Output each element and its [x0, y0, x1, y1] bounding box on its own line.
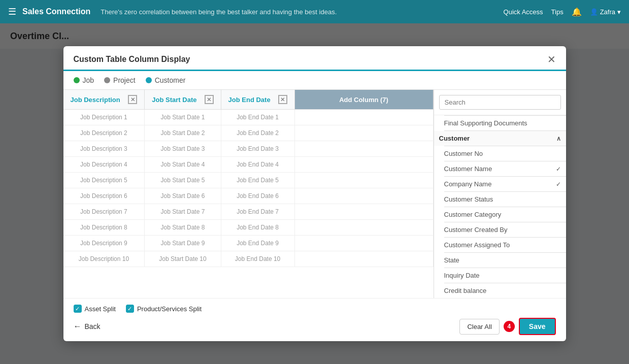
right-actions: Clear All 4 Save [459, 318, 555, 335]
quick-access-button[interactable]: Quick Access [504, 8, 543, 16]
column-search-input[interactable] [439, 95, 561, 110]
tips-button[interactable]: Tips [551, 8, 564, 16]
table-cell-empty [294, 220, 433, 236]
asset-split-checkbox-box: ✓ [74, 305, 82, 313]
table-cell: Job Start Date 8 [145, 220, 221, 236]
table-cell: Job End Date 6 [221, 188, 294, 204]
user-menu[interactable]: 👤 Zafra ▾ [590, 8, 621, 16]
tab-job-label: Job [83, 76, 94, 84]
table-cell: Job End Date 2 [221, 125, 294, 141]
product-services-split-label: Product/Services Split [137, 305, 202, 313]
table-cell: Job Description 4 [63, 157, 145, 173]
panel-column-item-label: Customer Status [444, 195, 493, 203]
customer-section-label: Customer [439, 135, 470, 142]
product-services-split-checkbox-box: ✓ [126, 305, 134, 313]
table-cell: Job Start Date 10 [145, 251, 221, 267]
panel-column-item[interactable]: Customer Name✓ [434, 161, 566, 176]
col-header-job-description-label: Job Description [71, 96, 120, 104]
customer-section-header[interactable]: Customer ∧ [434, 131, 566, 146]
col-header-job-end-date: Job End Date ✕ [221, 90, 294, 110]
tab-customer-dot [146, 77, 152, 83]
check-icon: ✓ [556, 181, 561, 188]
table-cell: Job Description 1 [63, 110, 145, 125]
table-cell: Job Start Date 9 [145, 236, 221, 251]
tab-project[interactable]: Project [104, 76, 136, 84]
table-cell-empty [294, 157, 433, 173]
panel-column-item[interactable]: Customer No [434, 146, 566, 161]
table-cell: Job End Date 1 [221, 110, 294, 125]
nav-tagline: There's zero correlation between being t… [101, 8, 497, 16]
table-cell: Job Description 3 [63, 141, 145, 157]
table-cell: Job Start Date 2 [145, 125, 221, 141]
panel-column-item[interactable]: Company Name✓ [434, 177, 566, 191]
modal-close-button[interactable]: ✕ [547, 54, 556, 64]
table-cell: Job Description 6 [63, 188, 145, 204]
panel-column-item-label: Customer Assigned To [444, 241, 510, 249]
tab-job[interactable]: Job [74, 76, 94, 84]
panel-column-item-label: Inquiry Date [444, 272, 480, 279]
table-cell-empty [294, 188, 433, 204]
table-cell-empty [294, 173, 433, 188]
tab-customer[interactable]: Customer [146, 76, 186, 84]
modal-title: Custom Table Column Display [74, 55, 190, 64]
table-cell: Job End Date 5 [221, 173, 294, 188]
brand-name: Sales Connection [22, 7, 90, 16]
user-avatar-icon: 👤 [590, 8, 598, 16]
clear-all-button[interactable]: Clear All [459, 319, 499, 335]
panel-column-item-label: Customer Category [444, 211, 502, 218]
add-column-button[interactable]: Add Column (7) [294, 90, 433, 110]
table-row: Job Description 8Job Start Date 8Job End… [63, 220, 434, 236]
table-row: Job Description 10Job Start Date 10Job E… [63, 251, 434, 267]
table-row: Job Description 5Job Start Date 5Job End… [63, 173, 434, 188]
notification-bell-icon[interactable]: 🔔 [572, 7, 582, 17]
hamburger-icon[interactable]: ☰ [8, 6, 16, 17]
table-cell: Job End Date 9 [221, 236, 294, 251]
panel-column-item[interactable]: Inquiry Date [434, 268, 566, 283]
asset-split-checkbox[interactable]: ✓ Asset Split [74, 305, 116, 313]
product-services-split-checkbox[interactable]: ✓ Product/Services Split [126, 305, 202, 313]
check-icon: ✓ [556, 166, 561, 173]
final-supporting-documents-item[interactable]: Final Supporting Documents [434, 116, 566, 130]
table-cell: Job End Date 8 [221, 220, 294, 236]
panel-column-item[interactable]: Customer Status [434, 192, 566, 207]
col-header-job-start-date-label: Job Start Date [152, 96, 196, 104]
customer-section-chevron-icon: ∧ [556, 135, 561, 142]
table-cell: Job Start Date 6 [145, 188, 221, 204]
table-cell-empty [294, 110, 433, 125]
table-row: Job Description 3Job Start Date 3Job End… [63, 141, 434, 157]
save-button[interactable]: Save [519, 318, 556, 335]
panel-column-item-label: Customer Name [444, 165, 492, 173]
table-cell: Job End Date 4 [221, 157, 294, 173]
table-row: Job Description 1Job Start Date 1Job End… [63, 110, 434, 125]
remove-job-start-date-button[interactable]: ✕ [205, 95, 214, 104]
table-row: Job Description 9Job Start Date 9Job End… [63, 236, 434, 251]
tab-project-dot [104, 77, 110, 83]
step-badge: 4 [504, 321, 515, 332]
search-box-wrap [434, 90, 566, 115]
asset-split-label: Asset Split [85, 305, 116, 313]
panel-column-item-label: Customer No [444, 150, 483, 157]
table-cell-empty [294, 125, 433, 141]
table-row: Job Description 7Job Start Date 7Job End… [63, 204, 434, 220]
panel-column-item-label: Credit balance [444, 287, 487, 294]
actions-row: ← Back Clear All 4 Save [74, 318, 556, 335]
table-cell: Job Start Date 3 [145, 141, 221, 157]
remove-job-description-button[interactable]: ✕ [128, 95, 137, 104]
panel-column-item[interactable]: Customer Assigned To [434, 238, 566, 252]
panel-column-item[interactable]: Customer Category [434, 207, 566, 222]
panel-column-item[interactable]: Customer Created By [434, 222, 566, 237]
top-nav: ☰ Sales Connection There's zero correlat… [0, 0, 629, 23]
panel-column-item[interactable]: State [434, 253, 566, 268]
remove-job-end-date-button[interactable]: ✕ [278, 95, 287, 104]
panel-column-item[interactable]: Credit balance [434, 283, 566, 298]
column-table-area: Job Description ✕ Job Start Date ✕ [63, 90, 434, 298]
table-cell: Job Description 9 [63, 236, 145, 251]
modal-header: Custom Table Column Display ✕ [63, 46, 566, 71]
modal-tabs: Job Project Customer [63, 71, 566, 90]
back-button[interactable]: ← Back [74, 322, 101, 331]
table-cell-empty [294, 251, 433, 267]
col-header-job-start-date: Job Start Date ✕ [145, 90, 221, 110]
table-cell: Job Start Date 7 [145, 204, 221, 220]
table-cell-empty [294, 236, 433, 251]
user-chevron-icon: ▾ [617, 8, 621, 16]
